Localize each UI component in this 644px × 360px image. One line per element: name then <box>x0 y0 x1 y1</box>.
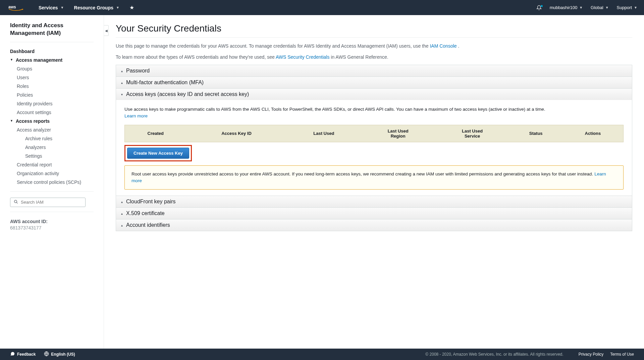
caret-up-icon: ▴ <box>121 81 123 85</box>
aws-logo[interactable]: aws <box>7 5 25 11</box>
chevron-down-icon: ▼ <box>579 6 583 9</box>
accordion-mfa[interactable]: ▴Multi-factor authentication (MFA) <box>116 77 632 88</box>
sidebar-archive-rules[interactable]: Archive rules <box>25 134 94 143</box>
sidebar-credential-report[interactable]: Credential report <box>17 160 94 169</box>
col-last-used-service: Last UsedService <box>435 125 509 142</box>
sidebar-access-analyzer[interactable]: Access analyzer <box>17 125 94 134</box>
language-selector[interactable]: English (US) <box>44 351 75 357</box>
svg-text:aws: aws <box>8 5 16 9</box>
col-last-used-region: Last UsedRegion <box>361 125 435 142</box>
username-label: mubbashir100 <box>550 5 577 10</box>
create-key-highlight: Create New Access Key <box>124 145 192 161</box>
credentials-accordion: ▴Password ▴Multi-factor authentication (… <box>116 65 632 231</box>
caret-up-icon: ▴ <box>121 200 123 204</box>
sidebar-settings[interactable]: Settings <box>25 152 94 160</box>
support-menu[interactable]: Support ▼ <box>617 5 637 10</box>
feedback-link[interactable]: Feedback <box>10 351 36 357</box>
group-label: Access reports <box>16 118 50 124</box>
aws-security-credentials-link[interactable]: AWS Security Credentials <box>276 54 330 60</box>
accordion-cloudfront[interactable]: ▴CloudFront key pairs <box>116 196 632 207</box>
col-status: Status <box>509 125 562 142</box>
search-input[interactable] <box>21 200 82 205</box>
sidebar-group-access-reports[interactable]: ▼ Access reports <box>10 117 94 125</box>
svg-line-2 <box>16 202 17 203</box>
sidebar-collapse-toggle[interactable]: ◀ <box>104 25 109 36</box>
sidebar: Identity and Access Management (IAM) Das… <box>0 15 104 349</box>
caret-up-icon: ▴ <box>121 212 123 215</box>
privacy-link[interactable]: Privacy Policy <box>579 352 604 357</box>
account-id-value: 681373743177 <box>10 225 94 230</box>
sidebar-groups[interactable]: Groups <box>17 64 94 73</box>
terms-link[interactable]: Terms of Use <box>610 352 634 357</box>
svg-point-1 <box>14 200 17 203</box>
region-menu[interactable]: Global ▼ <box>591 5 608 10</box>
main-content: Your Security Credentials Use this page … <box>104 15 644 349</box>
chevron-down-icon: ▼ <box>634 6 637 9</box>
page-title: Your Security Credentials <box>116 23 632 34</box>
caret-down-icon: ▼ <box>10 58 13 61</box>
caret-down-icon: ▾ <box>121 93 123 96</box>
accordion-access-keys[interactable]: ▾Access keys (access key ID and secret a… <box>116 89 632 100</box>
chat-icon <box>10 351 15 357</box>
search-input-wrapper[interactable] <box>10 198 86 207</box>
create-access-key-button[interactable]: Create New Access Key <box>127 148 189 159</box>
services-label: Services <box>39 5 58 10</box>
sidebar-scps[interactable]: Service control policies (SCPs) <box>17 178 94 187</box>
root-key-warning: Root user access keys provide unrestrict… <box>124 165 624 190</box>
sidebar-account-settings[interactable]: Account settings <box>17 108 94 117</box>
col-actions: Actions <box>562 125 624 142</box>
resource-groups-label: Resource Groups <box>74 5 113 10</box>
region-label: Global <box>591 5 603 10</box>
sidebar-org-activity[interactable]: Organization activity <box>17 169 94 178</box>
account-id-label: AWS account ID: <box>10 219 94 224</box>
sidebar-roles[interactable]: Roles <box>17 82 94 91</box>
accordion-account-identifiers[interactable]: ▴Account identifiers <box>116 219 632 231</box>
col-created: Created <box>125 125 186 142</box>
accordion-password[interactable]: ▴Password <box>116 65 632 76</box>
intro-paragraph-2: To learn more about the types of AWS cre… <box>116 54 632 61</box>
account-menu[interactable]: mubbashir100 ▼ <box>550 5 583 10</box>
footer: Feedback English (US) © 2008 - 2020, Ama… <box>0 349 644 360</box>
access-keys-description: Use access keys to make programmatic cal… <box>124 106 624 120</box>
notifications-icon[interactable] <box>536 5 542 10</box>
group-label: Access management <box>16 57 62 63</box>
col-access-key-id: Access Key ID <box>186 125 286 142</box>
sidebar-group-access-management[interactable]: ▼ Access management <box>10 56 94 64</box>
caret-up-icon: ▴ <box>121 223 123 227</box>
copyright: © 2008 - 2020, Amazon Web Services, Inc.… <box>425 352 563 357</box>
support-label: Support <box>617 5 632 10</box>
resource-groups-menu[interactable]: Resource Groups ▼ <box>74 5 119 10</box>
access-keys-table: Created Access Key ID Last Used Last Use… <box>124 125 624 142</box>
top-navigation: aws Services ▼ Resource Groups ▼ ★ mubba… <box>0 0 644 15</box>
chevron-down-icon: ▼ <box>605 6 609 9</box>
sidebar-identity-providers[interactable]: Identity providers <box>17 99 94 108</box>
learn-more-link[interactable]: Learn more <box>124 113 148 118</box>
chevron-down-icon: ▼ <box>116 6 119 9</box>
sidebar-users[interactable]: Users <box>17 73 94 82</box>
services-menu[interactable]: Services ▼ <box>39 5 64 10</box>
search-icon <box>14 200 18 205</box>
service-title: Identity and Access Management (IAM) <box>10 22 94 37</box>
sidebar-analyzers[interactable]: Analyzers <box>25 143 94 152</box>
iam-console-link[interactable]: IAM Console <box>430 43 457 49</box>
caret-up-icon: ▴ <box>121 69 123 73</box>
sidebar-dashboard[interactable]: Dashboard <box>10 47 94 56</box>
chevron-down-icon: ▼ <box>61 6 64 9</box>
accordion-x509[interactable]: ▴X.509 certificate <box>116 208 632 219</box>
col-last-used: Last Used <box>287 125 361 142</box>
intro-paragraph-1: Use this page to manage the credentials … <box>116 43 632 50</box>
globe-icon <box>44 351 49 357</box>
pin-icon[interactable]: ★ <box>129 4 134 11</box>
caret-down-icon: ▼ <box>10 119 13 122</box>
sidebar-policies[interactable]: Policies <box>17 91 94 99</box>
